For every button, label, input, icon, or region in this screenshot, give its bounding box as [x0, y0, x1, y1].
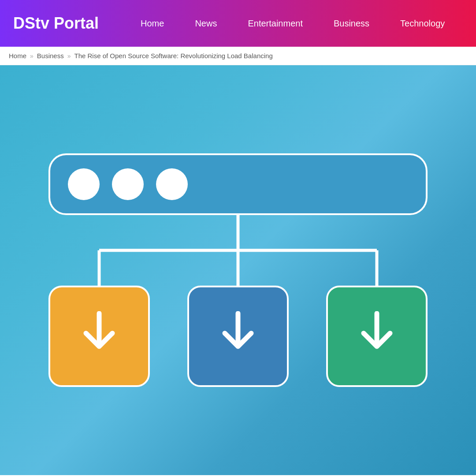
main-nav: Home News Entertainment Business Technol…: [125, 13, 476, 34]
nav-social-media[interactable]: SocialMedia: [460, 13, 476, 34]
nav-business[interactable]: Business: [318, 19, 385, 29]
connector-lines: [48, 215, 428, 286]
arrow-down-green: [355, 311, 399, 361]
destination-boxes: [48, 286, 428, 387]
dot-2: [112, 168, 144, 200]
dot-3: [156, 168, 188, 200]
nav-technology[interactable]: Technology: [385, 19, 460, 29]
load-balancer-diagram: [44, 153, 432, 387]
arrow-down-yellow: [77, 311, 121, 361]
nav-entertainment[interactable]: Entertainment: [232, 19, 318, 29]
arrow-down-blue: [216, 311, 260, 361]
breadcrumb-business[interactable]: Business: [37, 52, 64, 60]
breadcrumb-home[interactable]: Home: [9, 52, 26, 60]
dest-box-yellow: [48, 286, 150, 387]
site-logo[interactable]: DStv Portal: [13, 14, 99, 33]
server-box: [48, 153, 428, 215]
nav-news[interactable]: News: [179, 19, 232, 29]
hero-area: [0, 65, 476, 475]
dest-box-blue: [187, 286, 289, 387]
dest-box-green: [326, 286, 428, 387]
site-header: DStv Portal Home News Entertainment Busi…: [0, 0, 476, 47]
breadcrumb-sep-2: »: [67, 52, 71, 60]
nav-home[interactable]: Home: [125, 19, 179, 29]
breadcrumb: Home » Business » The Rise of Open Sourc…: [0, 47, 476, 65]
breadcrumb-sep-1: »: [30, 52, 33, 60]
dot-1: [68, 168, 100, 200]
breadcrumb-article: The Rise of Open Source Software: Revolu…: [74, 52, 272, 60]
